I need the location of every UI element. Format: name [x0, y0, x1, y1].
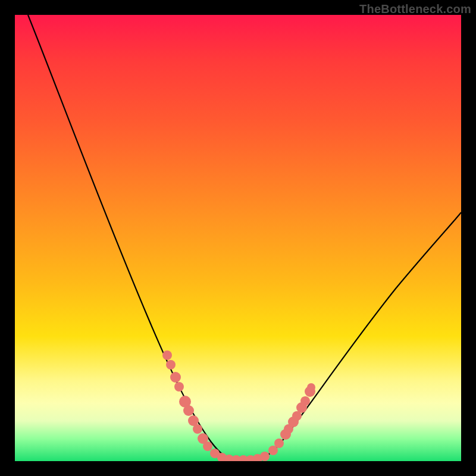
svg-point-19	[274, 439, 284, 448]
svg-point-9	[203, 441, 212, 451]
bottleneck-curve-path	[28, 15, 461, 461]
bottleneck-curve-svg	[15, 15, 461, 461]
svg-point-5	[183, 405, 194, 416]
svg-point-25	[300, 396, 310, 406]
svg-point-3	[174, 382, 184, 392]
right-slope-dots	[268, 383, 315, 455]
svg-point-27	[307, 383, 315, 392]
svg-point-1	[166, 360, 176, 369]
svg-point-0	[162, 350, 172, 360]
chart-frame	[15, 15, 461, 461]
svg-point-7	[193, 424, 202, 434]
svg-point-17	[260, 452, 270, 461]
watermark-text: TheBottleneck.com	[359, 2, 471, 16]
left-slope-dots	[162, 350, 212, 451]
svg-point-2	[170, 372, 181, 383]
